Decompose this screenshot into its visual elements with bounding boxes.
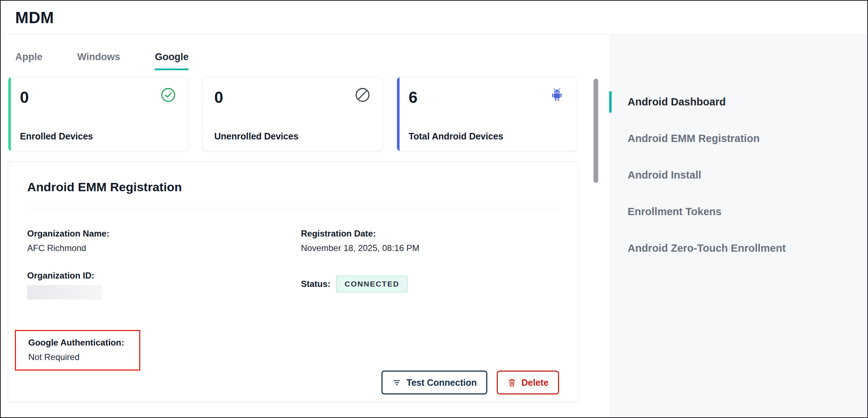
tab-apple[interactable]: Apple [15, 51, 42, 70]
card-accent-bar [8, 77, 11, 151]
google-auth-label: Google Authentication: [28, 338, 124, 348]
organization-name-label: Organization Name: [27, 229, 301, 239]
unenrolled-devices-count: 0 [214, 89, 223, 105]
status-label: Status: [301, 279, 330, 289]
platform-tabs: Apple Windows Google [8, 51, 609, 70]
action-buttons: Test Connection Delete [27, 371, 559, 394]
card-accent-bar [397, 77, 400, 151]
sidebar-item-android-install[interactable]: Android Install [609, 164, 867, 186]
registration-date-label: Registration Date: [301, 229, 559, 239]
registration-date-value: November 18, 2025, 08:16 PM [301, 243, 559, 253]
stat-top: 0 [20, 87, 177, 105]
right-column: Registration Date: November 18, 2025, 08… [301, 229, 559, 371]
left-column: Organization Name: AFC Richmond Organiza… [27, 229, 301, 371]
registration-title: Android EMM Registration [27, 180, 559, 194]
stat-label: Enrolled Devices [20, 131, 177, 142]
page-title: MDM [15, 9, 54, 27]
google-auth-value: Not Required [28, 352, 124, 362]
android-icon [549, 87, 565, 103]
app-window: MDM Apple Windows Google 0 [0, 0, 868, 418]
app-header: MDM [1, 1, 867, 35]
sidebar-item-android-emm-registration[interactable]: Android EMM Registration [609, 128, 867, 149]
enrolled-devices-count: 0 [20, 89, 29, 105]
sidebar-item-android-zero-touch-enrollment[interactable]: Android Zero-Touch Enrollment [609, 238, 867, 259]
stat-top: 6 [409, 87, 565, 105]
registration-fields: Organization Name: AFC Richmond Organiza… [27, 229, 559, 371]
stat-card-enrolled-devices: 0 Enrolled Devices [8, 77, 189, 151]
stat-card-unenrolled-devices: 0 Unenrolled Devices [202, 77, 383, 151]
filter-icon [392, 378, 402, 388]
status-badge: CONNECTED [336, 276, 408, 292]
sidebar-item-enrollment-tokens[interactable]: Enrollment Tokens [609, 201, 867, 222]
status-field: Status: CONNECTED [301, 276, 559, 292]
trash-icon [507, 378, 517, 387]
emm-registration-card: Android EMM Registration Organization Na… [8, 162, 578, 402]
delete-label: Delete [521, 377, 549, 388]
google-auth-highlight-box: Google Authentication: Not Required [15, 330, 140, 371]
organization-name-field: Organization Name: AFC Richmond [27, 229, 301, 253]
vertical-scrollbar[interactable] [594, 79, 598, 183]
organization-id-redacted-value [27, 285, 102, 300]
sidebar-item-android-dashboard[interactable]: Android Dashboard [609, 91, 867, 113]
divider [27, 208, 559, 208]
stat-card-total-android-devices: 6 [397, 77, 577, 151]
stat-top: 0 [214, 87, 371, 105]
tab-windows[interactable]: Windows [77, 51, 120, 70]
organization-name-value: AFC Richmond [27, 243, 301, 253]
registration-date-field: Registration Date: November 18, 2025, 08… [301, 229, 559, 253]
test-connection-label: Test Connection [406, 377, 477, 388]
organization-id-field: Organization ID: [27, 271, 301, 300]
body-row: Apple Windows Google 0 [1, 35, 867, 417]
organization-id-label: Organization ID: [27, 271, 301, 281]
sidebar: Android Dashboard Android EMM Registrati… [609, 35, 867, 417]
main-content: Apple Windows Google 0 [1, 35, 609, 417]
stat-label: Total Android Devices [409, 131, 565, 142]
stat-label: Unenrolled Devices [214, 131, 371, 142]
slash-circle-icon [354, 87, 371, 103]
check-circle-icon [160, 87, 177, 103]
delete-button[interactable]: Delete [497, 371, 559, 394]
total-android-devices-count: 6 [409, 89, 417, 105]
tab-google[interactable]: Google [155, 51, 189, 70]
test-connection-button[interactable]: Test Connection [381, 371, 487, 394]
stats-row: 0 Enrolled Devices 0 [8, 77, 609, 151]
